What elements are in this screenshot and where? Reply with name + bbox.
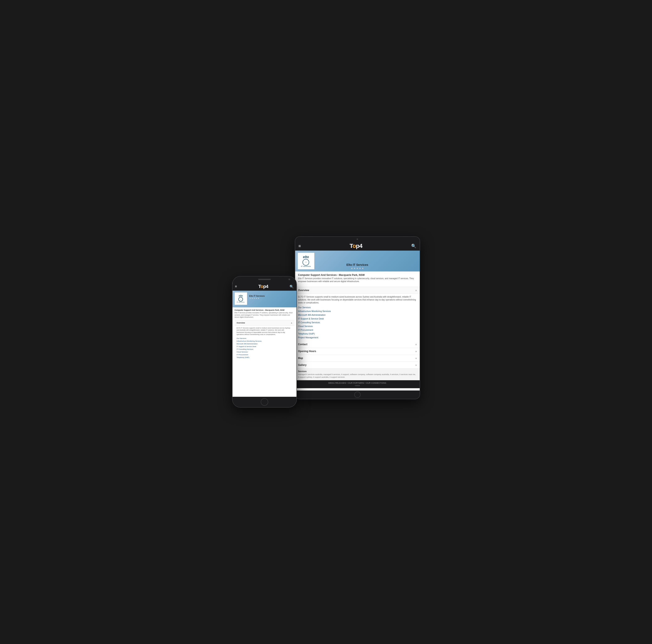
elto-logo-subtitle: IT services [237,302,245,303]
tablet-app-content: Computer Support And Services - Macquari… [295,272,420,287]
phone-overview-title: Overview [237,322,245,324]
phone-screen: ≡ Top4 🔍 elto ··· IT services Elto IT Se… [233,282,296,397]
phone-device: ≡ Top4 🔍 elto ··· IT services Elto IT Se… [232,276,297,408]
tablet-home-button[interactable] [354,392,360,398]
tablet-service-voip[interactable]: Telephony (VoIP) [298,332,417,336]
elto-logo-circle: ··· [238,297,243,302]
phone-hero-info: Elto IT Services ★ ★ ★ ★ ★ [249,295,265,301]
phone-bottom-bar [233,397,296,407]
phone-business-name-hero: Elto IT Services [249,295,265,297]
tablet-service-our-services[interactable]: Our Services [298,306,417,309]
tablet-gallery-chevron: ∨ [415,364,417,366]
phone-star-rating: ★ ★ ★ ★ ★ [249,297,265,300]
phone-service-consulting[interactable]: IT Consulting Services [237,348,292,351]
tablet-service-support[interactable]: IT Support & Service Desk [298,317,417,320]
phone-overview-header[interactable]: Overview ∧ [235,320,294,326]
phone-overview-text: ELTO IT Services supports small to mediu… [237,327,292,336]
phone-logo: Top4 [259,284,268,289]
tablet-hours-section[interactable]: Opening Hours ∨ [295,348,420,355]
tablet-star-3: ★ [356,267,358,270]
star-4: ★ [255,297,257,300]
tablet-overview-body: ELTO IT Services supports small to mediu… [295,294,420,341]
tablet-overview-title: Overview [298,289,309,292]
tablet-tags-section: Services managed it services australia, … [295,369,420,380]
tablet-category-title: Computer Support And Services - Macquari… [298,274,417,277]
elto-logo-text: elto [239,295,243,297]
phone-service-procurement[interactable]: IT Procurement [237,353,292,356]
phone-overview-chevron: ∧ [291,322,292,324]
phone-search-icon[interactable]: 🔍 [290,285,294,288]
tablet-tags-text: managed it services australia, managed i… [298,373,417,379]
tablet-business-name-hero: Elto IT Services [295,263,420,267]
phone-description: Elto IT Services provides innovative IT … [235,312,294,318]
phone-category-title: Computer Support And Services - Macquari… [235,309,294,311]
phone-hero-banner: elto ··· IT services Elto IT Services ★ … [233,291,296,307]
phone-navbar: ≡ Top4 🔍 [233,282,296,291]
tablet-hero-info: Elto IT Services ★ ★ ★ ★ ★ [295,263,420,270]
tablet-camera [357,239,358,240]
tablet-service-procurement[interactable]: IT Procurement [298,328,417,332]
tablet-menu-icon[interactable]: ≡ [299,244,301,249]
tablet-tags-title: Services [298,370,417,372]
phone-top-bar [233,277,296,282]
tablet-star-1: ★ [351,267,353,270]
star-5: ★ [257,297,260,300]
tablet-overview-chevron: ∧ [415,289,417,291]
tablet-search-icon[interactable]: 🔍 [411,244,416,249]
tablet-gallery-section[interactable]: Gallery ∨ [295,362,420,369]
phone-speaker [258,279,271,280]
scene: ≡ Top4 🔍 elto ··· IT services Elto IT Se… [232,236,420,408]
tablet-overview-header[interactable]: Overview ∧ [295,287,420,294]
tablet-elto-logo-text: elto [303,255,309,259]
tablet-footer-bottom: ©2024 [297,385,417,387]
tablet-logo: Top4 [350,243,362,249]
phone-app-content: Computer Support And Services - Macquari… [233,307,296,362]
tablet-star-rating: ★ ★ ★ ★ ★ [295,267,420,270]
tablet-map-section[interactable]: Map ∨ [295,355,420,362]
tablet-footer: MEDIA RELEASES • OUR PARTNERS • OUR CONN… [295,380,420,388]
tablet-star-5: ★ [362,267,364,270]
tablet-hours-title: Opening Hours [298,350,316,353]
phone-business-logo: elto ··· IT services [235,292,247,305]
tablet-top-bar [295,237,420,242]
star-3: ★ [253,297,255,300]
tablet-service-infra[interactable]: Infrastructure Monitoring Services [298,309,417,313]
tablet-hero-banner: elto ··· IT services Elto IT Services ★ … [295,251,420,272]
tablet-hours-chevron: ∨ [415,350,417,353]
tablet-service-cloud[interactable]: Cloud Services [298,324,417,328]
star-2: ★ [251,297,253,300]
tablet-device: ≡ Top4 🔍 elto ··· IT services Elto IT Se… [295,236,420,399]
tablet-map-title: Map [298,357,303,360]
phone-camera [289,279,290,280]
phone-service-ms365[interactable]: Microsoft 365 Administration [237,342,292,345]
tablet-star-2: ★ [353,267,356,270]
tablet-contact-section[interactable]: Contact ∨ [295,341,420,348]
phone-overview-body: ELTO IT Services supports small to mediu… [235,326,294,360]
phone-home-button[interactable] [261,398,268,406]
phone-service-support[interactable]: IT Support & Service Desk [237,345,292,348]
tablet-screen: ≡ Top4 🔍 elto ··· IT services Elto IT Se… [295,242,420,391]
tablet-navbar: ≡ Top4 🔍 [295,242,420,251]
phone-service-our-services[interactable]: Our Services [237,337,292,340]
tablet-service-ms365[interactable]: Microsoft 365 Administration [298,313,417,317]
tablet-overview-text: ELTO IT Services supports small to mediu… [298,296,417,304]
phone-service-voip[interactable]: Telephony (VoIP) [237,356,292,359]
tablet-bottom-bar [295,391,420,399]
tablet-service-project[interactable]: Project Management [298,336,417,339]
star-1: ★ [249,297,251,300]
tablet-footer-links: MEDIA RELEASES • OUR PARTNERS • OUR CONN… [297,382,417,384]
tablet-contact-chevron: ∨ [415,343,417,345]
tablet-star-4: ★ [359,267,361,270]
tablet-description: Elto IT Services provides innovative IT … [298,277,417,283]
phone-menu-icon[interactable]: ≡ [235,285,237,288]
tablet-gallery-title: Gallery [298,364,307,366]
phone-service-cloud[interactable]: Cloud Services [237,351,292,353]
tablet-map-chevron: ∨ [415,357,417,359]
tablet-service-consulting[interactable]: IT Consulting Services [298,320,417,324]
phone-service-infra[interactable]: Infrastructure Monitoring Services [237,340,292,342]
tablet-contact-title: Contact [298,343,307,346]
